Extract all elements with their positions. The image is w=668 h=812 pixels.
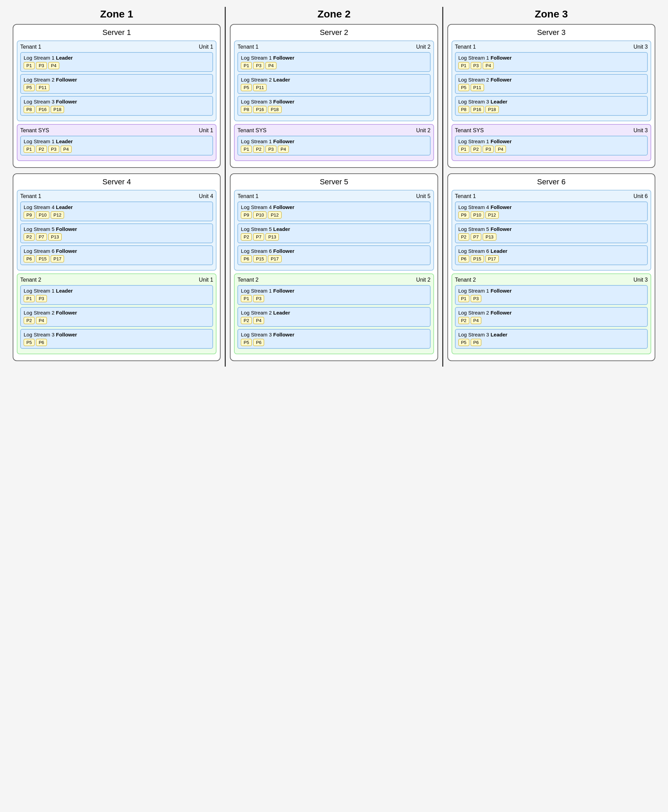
main-container: Zone 1Server 1Tenant 1Unit 1Log Stream 1… (8, 7, 660, 367)
partition-badge: P15 (36, 255, 49, 262)
partition-row: P2P7P13 (23, 233, 210, 241)
server-box-z1-s2: Server 4Tenant 1Unit 4Log Stream 4 Leade… (13, 173, 220, 361)
partition-badge: P1 (23, 62, 35, 69)
log-stream-title: Log Stream 2 Follower (458, 77, 645, 83)
partition-badge: P3 (471, 62, 482, 69)
partition-badge: P4 (266, 62, 276, 69)
partition-row: P9P10P12 (241, 211, 427, 219)
partition-badge: P6 (458, 255, 469, 262)
partition-badge: P7 (36, 233, 47, 241)
partition-badge: P1 (241, 62, 252, 69)
partition-badge: P8 (241, 106, 252, 113)
server-title-z3-s2: Server 6 (451, 177, 651, 186)
partition-badge: P13 (48, 233, 62, 241)
partition-badge: P3 (471, 295, 482, 302)
tenant-box-z1-s1-t1: Tenant 1Unit 1Log Stream 1 LeaderP1P3P4L… (17, 40, 217, 121)
log-stream-box-z1-s1-t1-ls2: Log Stream 2 FollowerP5P11 (20, 74, 213, 94)
partition-badge: P1 (241, 145, 252, 153)
log-stream-title: Log Stream 2 Follower (458, 310, 645, 316)
partition-badge: P9 (241, 211, 252, 219)
unit-name: Unit 6 (633, 193, 648, 199)
partition-badge: P7 (471, 233, 482, 241)
zone-col-3: Zone 3Server 3Tenant 1Unit 3Log Stream 1… (443, 7, 660, 367)
tenant-name: Tenant 1 (455, 44, 476, 50)
zone-title-1: Zone 1 (100, 8, 133, 20)
tenant-header-z2-s2-t1: Tenant 1Unit 5 (237, 193, 430, 199)
partition-badge: P2 (23, 233, 35, 241)
partition-row: P1P2P3P4 (23, 145, 210, 153)
partition-badge: P8 (23, 106, 35, 113)
server-box-z3-s2: Server 6Tenant 1Unit 6Log Stream 4 Follo… (448, 173, 655, 361)
partition-badge: P18 (51, 106, 64, 113)
log-stream-box-z1-s2-t1-ls3: Log Stream 6 FollowerP6P15P17 (20, 245, 213, 265)
partition-badge: P17 (268, 255, 281, 262)
log-stream-box-z3-s1-t1-ls3: Log Stream 3 LeaderP8P16P18 (455, 96, 648, 116)
unit-name: Unit 3 (633, 44, 648, 50)
unit-name: Unit 3 (633, 277, 648, 283)
partition-badge: P1 (23, 295, 35, 302)
partition-badge: P17 (485, 255, 499, 262)
log-stream-box-z3-s2-t1-ls1: Log Stream 4 FollowerP9P10P12 (455, 201, 648, 221)
tenant-name: Tenant 2 (455, 277, 476, 283)
partition-badge: P16 (36, 106, 49, 113)
partition-badge: P3 (253, 295, 264, 302)
zone-title-2: Zone 2 (317, 8, 351, 20)
partition-badge: P6 (471, 339, 482, 346)
partition-row: P6P15P17 (241, 255, 427, 262)
partition-badge: P6 (241, 255, 252, 262)
log-stream-box-z2-s2-t1-ls2: Log Stream 5 LeaderP2P7P13 (237, 223, 430, 243)
log-stream-box-z2-s2-t2-ls2: Log Stream 2 LeaderP2P4 (237, 307, 430, 327)
partition-badge: P17 (51, 255, 64, 262)
partition-row: P2P4 (241, 317, 427, 324)
partition-row: P5P11 (23, 84, 210, 91)
partition-row: P2P4 (458, 317, 645, 324)
tenant-box-z3-s1-t2: Tenant SYSUnit 3Log Stream 1 FollowerP1P… (451, 124, 651, 161)
partition-badge: P6 (253, 339, 264, 346)
partition-badge: P16 (471, 106, 484, 113)
log-stream-box-z3-s2-t1-ls3: Log Stream 6 LeaderP6P15P17 (455, 245, 648, 265)
tenant-name: Tenant 1 (455, 193, 476, 199)
partition-badge: P4 (36, 317, 47, 324)
unit-name: Unit 2 (416, 44, 431, 50)
partition-badge: P1 (458, 295, 469, 302)
partition-badge: P7 (253, 233, 264, 241)
partition-row: P2P7P13 (458, 233, 645, 241)
partition-row: P5P6 (458, 339, 645, 346)
partition-badge: P12 (268, 211, 281, 219)
partition-badge: P2 (36, 145, 47, 153)
log-stream-box-z1-s2-t1-ls1: Log Stream 4 LeaderP9P10P12 (20, 201, 213, 221)
log-stream-box-z3-s2-t2-ls2: Log Stream 2 FollowerP2P4 (455, 307, 648, 327)
log-stream-title: Log Stream 4 Follower (241, 204, 427, 210)
partition-badge: P3 (266, 145, 276, 153)
partition-badge: P6 (23, 255, 35, 262)
tenant-header-z1-s2-t1: Tenant 1Unit 4 (20, 193, 213, 199)
server-title-z1-s2: Server 4 (17, 177, 217, 186)
log-stream-title: Log Stream 1 Leader (23, 139, 210, 144)
zone-col-1: Zone 1Server 1Tenant 1Unit 1Log Stream 1… (8, 7, 226, 367)
partition-badge: P2 (458, 233, 469, 241)
log-stream-box-z3-s1-t2-ls1: Log Stream 1 FollowerP1P2P3P4 (455, 136, 648, 155)
log-stream-box-z2-s2-t1-ls1: Log Stream 4 FollowerP9P10P12 (237, 201, 430, 221)
partition-badge: P10 (471, 211, 484, 219)
log-stream-box-z1-s1-t1-ls1: Log Stream 1 LeaderP1P3P4 (20, 52, 213, 72)
partition-badge: P15 (471, 255, 484, 262)
partition-badge: P2 (253, 145, 264, 153)
log-stream-title: Log Stream 1 Follower (458, 55, 645, 61)
partition-badge: P1 (241, 295, 252, 302)
tenant-box-z2-s1-t1: Tenant 1Unit 2Log Stream 1 FollowerP1P3P… (234, 40, 434, 121)
tenant-box-z3-s2-t1: Tenant 1Unit 6Log Stream 4 FollowerP9P10… (451, 190, 651, 271)
log-stream-box-z2-s2-t2-ls3: Log Stream 3 FollowerP5P6 (237, 329, 430, 349)
server-box-z1-s1: Server 1Tenant 1Unit 1Log Stream 1 Leade… (13, 24, 220, 168)
unit-name: Unit 2 (416, 127, 431, 134)
log-stream-box-z2-s2-t2-ls1: Log Stream 1 FollowerP1P3 (237, 285, 430, 305)
tenant-name: Tenant 2 (237, 277, 258, 283)
log-stream-title: Log Stream 2 Leader (241, 310, 427, 316)
log-stream-title: Log Stream 3 Follower (241, 332, 427, 337)
log-stream-box-z3-s2-t2-ls3: Log Stream 3 LeaderP5P6 (455, 329, 648, 349)
tenant-header-z2-s1-t2: Tenant SYSUnit 2 (237, 127, 430, 134)
partition-badge: P1 (458, 145, 469, 153)
partition-row: P5P6 (23, 339, 210, 346)
partition-row: P6P15P17 (458, 255, 645, 262)
partition-badge: P10 (253, 211, 267, 219)
log-stream-title: Log Stream 1 Follower (458, 288, 645, 294)
